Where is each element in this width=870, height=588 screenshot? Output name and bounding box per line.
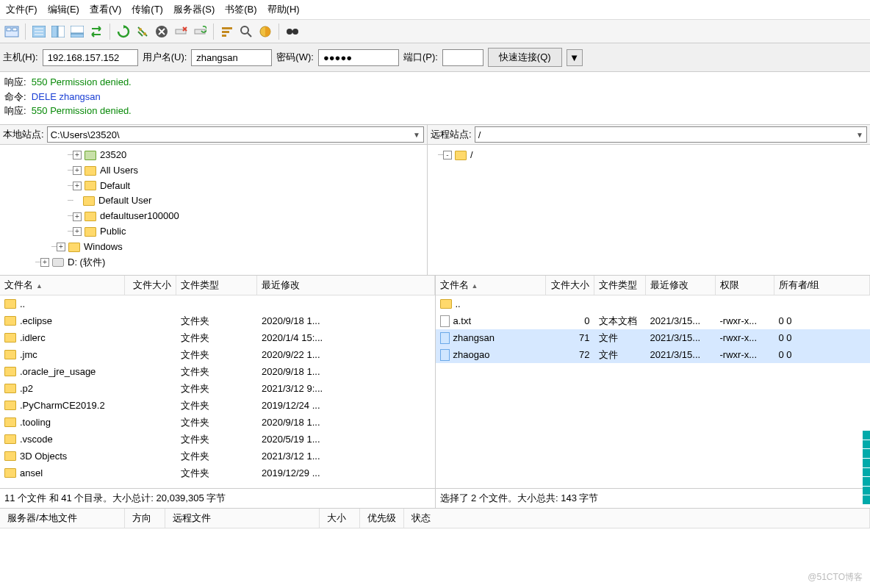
- tree-item[interactable]: ┈-/: [429, 148, 869, 163]
- remote-tree[interactable]: ┈-/: [428, 145, 870, 275]
- toolbar-sitemanager-icon[interactable]: [3, 23, 21, 40]
- col-remote-file[interactable]: 远程文件: [165, 509, 320, 528]
- col-modified[interactable]: 最近修改: [257, 276, 435, 295]
- toolbar-toggletree-icon[interactable]: [49, 23, 67, 40]
- password-input[interactable]: [318, 49, 399, 66]
- col-size[interactable]: 文件大小: [125, 276, 176, 295]
- folder-icon: [4, 434, 16, 444]
- toolbar-reconnect-icon[interactable]: [191, 23, 209, 40]
- list-item[interactable]: .oracle_jre_usage文件夹2020/9/18 1...: [0, 363, 435, 380]
- toolbar-compare-icon[interactable]: [256, 23, 274, 40]
- tree-item[interactable]: ┈+D: (软件): [1, 255, 425, 270]
- list-item[interactable]: .tooling文件夹2020/9/18 1...: [0, 414, 435, 431]
- remote-path-input[interactable]: [478, 129, 856, 140]
- svg-point-28: [287, 29, 292, 35]
- remote-list-header[interactable]: 文件名▲ 文件大小 文件类型 最近修改 权限 所有者/组: [436, 276, 871, 295]
- list-item[interactable]: zhaogao72文件2021/3/15...-rwxr-x...0 0: [436, 346, 871, 363]
- col-size[interactable]: 大小: [320, 509, 360, 528]
- toolbar-togglequeue-icon[interactable]: [68, 23, 86, 40]
- tree-item[interactable]: ┈+23520: [1, 148, 425, 163]
- local-file-list[interactable]: ...eclipse文件夹2020/9/18 1....idlerc文件夹202…: [0, 295, 435, 488]
- message-log[interactable]: 响应: 550 Permission denied.命令: DELE zhang…: [0, 72, 870, 125]
- list-item[interactable]: .jmc文件夹2020/9/22 1...: [0, 346, 435, 363]
- list-item[interactable]: ansel文件夹2019/12/29 ...: [0, 465, 435, 481]
- toolbar-find-icon[interactable]: [284, 23, 301, 40]
- list-item[interactable]: .idlerc文件夹2020/1/4 15:...: [0, 329, 435, 346]
- col-size[interactable]: 文件大小: [546, 276, 594, 295]
- col-modified[interactable]: 最近修改: [646, 276, 716, 295]
- list-item[interactable]: zhangsan71文件2021/3/15...-rwxr-x...0 0: [436, 329, 871, 346]
- svg-rect-21: [195, 29, 205, 34]
- expand-icon[interactable]: +: [40, 258, 49, 267]
- remote-file-list[interactable]: ..a.txt0文本文档2021/3/15...-rwxr-x...0 0zha…: [436, 295, 871, 488]
- menu-transfer[interactable]: 传输(T): [132, 3, 163, 16]
- col-server[interactable]: 服务器/本地文件: [0, 509, 125, 528]
- folder-icon: [4, 468, 16, 478]
- tree-item[interactable]: ┈+Public: [1, 224, 425, 240]
- menu-edit[interactable]: 编辑(E): [48, 3, 79, 16]
- tree-item[interactable]: ┈+defaultuser100000: [1, 209, 425, 224]
- expand-icon[interactable]: +: [73, 166, 82, 175]
- toolbar-filter-icon[interactable]: [218, 23, 236, 40]
- expand-icon[interactable]: +: [57, 243, 65, 251]
- list-item[interactable]: 3D Objects文件夹2021/3/12 1...: [0, 448, 435, 465]
- toolbar-togglelog-icon[interactable]: [30, 23, 48, 40]
- menu-file[interactable]: 文件(F): [6, 3, 37, 16]
- tree-item[interactable]: ┈+All Users: [1, 163, 425, 179]
- col-permissions[interactable]: 权限: [716, 276, 774, 295]
- list-item[interactable]: ..: [436, 295, 871, 312]
- expand-icon[interactable]: +: [73, 151, 82, 159]
- col-status[interactable]: 状态: [404, 509, 870, 528]
- transfer-queue-header[interactable]: 服务器/本地文件 方向 远程文件 大小 优先级 状态: [0, 509, 870, 528]
- toolbar-process-icon[interactable]: [134, 23, 151, 40]
- folder-icon: [4, 401, 16, 410]
- col-type[interactable]: 文件类型: [176, 276, 257, 295]
- menu-view[interactable]: 查看(V): [90, 3, 121, 16]
- expand-icon[interactable]: +: [73, 227, 82, 236]
- menu-server[interactable]: 服务器(S): [173, 3, 215, 16]
- host-input[interactable]: [43, 49, 138, 66]
- port-input[interactable]: [442, 49, 483, 66]
- transfer-queue[interactable]: [0, 528, 870, 588]
- list-item[interactable]: .eclipse文件夹2020/9/18 1...: [0, 312, 435, 329]
- menu-help[interactable]: 帮助(H): [267, 3, 300, 16]
- col-type[interactable]: 文件类型: [594, 276, 646, 295]
- chevron-down-icon[interactable]: ▼: [413, 131, 420, 139]
- local-list-header[interactable]: 文件名▲ 文件大小 文件类型 最近修改: [0, 276, 435, 295]
- list-item[interactable]: .PyCharmCE2019.2文件夹2019/12/24 ...: [0, 397, 435, 414]
- folder-icon: [85, 181, 96, 190]
- expand-icon[interactable]: -: [443, 151, 452, 159]
- toolbar-cancel-icon[interactable]: [153, 23, 170, 40]
- local-tree[interactable]: ┈+23520┈+All Users┈+Default┈Default User…: [0, 145, 427, 275]
- folder-icon: [85, 166, 96, 176]
- local-path-combo[interactable]: ▼: [47, 126, 424, 143]
- col-direction[interactable]: 方向: [125, 509, 165, 528]
- col-filename[interactable]: 文件名▲: [436, 276, 546, 295]
- list-item[interactable]: .p2文件夹2021/3/12 9:...: [0, 380, 435, 397]
- tree-item[interactable]: ┈+Default: [1, 179, 425, 194]
- tree-item[interactable]: ┈Default User: [1, 193, 425, 209]
- local-path-input[interactable]: [51, 129, 413, 140]
- list-item[interactable]: ..: [0, 295, 435, 312]
- list-item[interactable]: a.txt0文本文档2021/3/15...-rwxr-x...0 0: [436, 312, 871, 329]
- col-filename[interactable]: 文件名▲: [0, 276, 125, 295]
- chevron-down-icon[interactable]: ▼: [856, 131, 863, 139]
- list-item[interactable]: .vscode文件夹2020/5/19 1...: [0, 431, 435, 448]
- toolbar-search-icon[interactable]: [237, 23, 255, 40]
- col-owner[interactable]: 所有者/组: [774, 276, 871, 295]
- svg-rect-30: [292, 31, 293, 32]
- folder-icon: [4, 350, 16, 359]
- username-input[interactable]: [191, 49, 272, 66]
- tree-item[interactable]: ┈+Windows: [1, 240, 425, 255]
- menu-bookmarks[interactable]: 书签(B): [225, 3, 256, 16]
- quick-connect-dropdown[interactable]: ▼: [567, 49, 583, 66]
- toolbar-disconnect-icon[interactable]: [172, 23, 190, 40]
- user-folder-icon: [85, 151, 96, 160]
- remote-path-combo[interactable]: ▼: [475, 126, 867, 143]
- toolbar-refresh-icon[interactable]: [115, 23, 132, 40]
- quick-connect-button[interactable]: 快速连接(Q): [488, 48, 562, 67]
- expand-icon[interactable]: +: [73, 212, 82, 221]
- col-priority[interactable]: 优先级: [360, 509, 404, 528]
- toolbar-sync-icon[interactable]: [87, 23, 105, 40]
- expand-icon[interactable]: +: [73, 182, 82, 190]
